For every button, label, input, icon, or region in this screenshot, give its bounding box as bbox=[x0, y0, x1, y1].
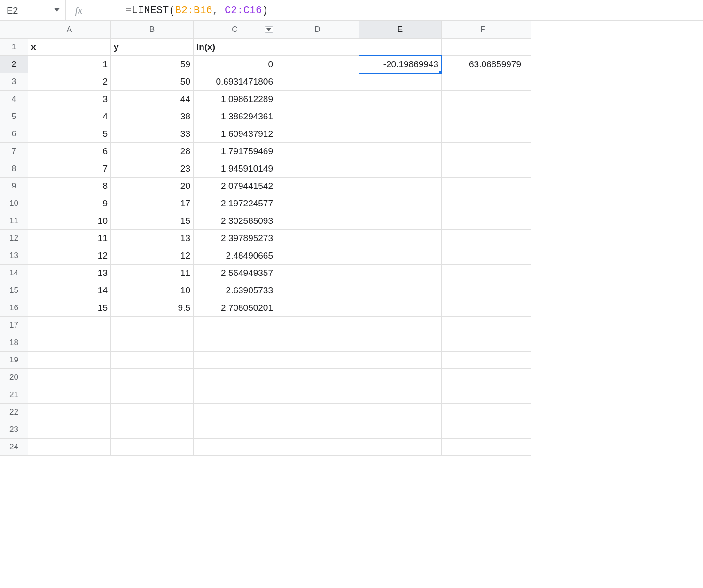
cell-A8[interactable]: 7 bbox=[28, 160, 111, 178]
cell-F23[interactable] bbox=[442, 421, 524, 439]
cell-E13[interactable] bbox=[359, 247, 442, 265]
cell-D11[interactable] bbox=[276, 212, 359, 230]
cell-D15[interactable] bbox=[276, 282, 359, 299]
cell-E8[interactable] bbox=[359, 160, 442, 178]
cell-F1[interactable] bbox=[442, 39, 524, 56]
row-header-15[interactable]: 15 bbox=[0, 282, 28, 299]
cell-B8[interactable]: 23 bbox=[111, 160, 194, 178]
cell-C9[interactable]: 2.079441542 bbox=[194, 178, 276, 195]
cell-F24[interactable] bbox=[442, 439, 524, 456]
cell-F8[interactable] bbox=[442, 160, 524, 178]
cell-B1[interactable]: y bbox=[111, 39, 194, 56]
cell-D21[interactable] bbox=[276, 386, 359, 404]
cell-E15[interactable] bbox=[359, 282, 442, 299]
cell-F12[interactable] bbox=[442, 230, 524, 247]
cell-B18[interactable] bbox=[111, 334, 194, 352]
cell-F20[interactable] bbox=[442, 369, 524, 386]
cell-C16[interactable]: 2.708050201 bbox=[194, 299, 276, 317]
row-header-8[interactable]: 8 bbox=[0, 160, 28, 178]
cell-B13[interactable]: 12 bbox=[111, 247, 194, 265]
cell-E22[interactable] bbox=[359, 404, 442, 421]
cell-D13[interactable] bbox=[276, 247, 359, 265]
cell-F15[interactable] bbox=[442, 282, 524, 299]
cell-A6[interactable]: 5 bbox=[28, 125, 111, 143]
row-header-7[interactable]: 7 bbox=[0, 143, 28, 160]
cell-F10[interactable] bbox=[442, 195, 524, 212]
cell-C4[interactable]: 1.098612289 bbox=[194, 91, 276, 108]
filter-dropdown-icon[interactable] bbox=[265, 26, 273, 33]
cell-F3[interactable] bbox=[442, 73, 524, 91]
cell-F6[interactable] bbox=[442, 125, 524, 143]
cell-C10[interactable]: 2.197224577 bbox=[194, 195, 276, 212]
row-header-11[interactable]: 11 bbox=[0, 212, 28, 230]
cell-D8[interactable] bbox=[276, 160, 359, 178]
cell-D4[interactable] bbox=[276, 91, 359, 108]
cell-C24[interactable] bbox=[194, 439, 276, 456]
cell-F18[interactable] bbox=[442, 334, 524, 352]
cell-E10[interactable] bbox=[359, 195, 442, 212]
cell-A11[interactable]: 10 bbox=[28, 212, 111, 230]
col-header-E[interactable]: E bbox=[359, 21, 442, 39]
row-header-21[interactable]: 21 bbox=[0, 386, 28, 404]
cell-A7[interactable]: 6 bbox=[28, 143, 111, 160]
row-header-24[interactable]: 24 bbox=[0, 439, 28, 456]
cell-A23[interactable] bbox=[28, 421, 111, 439]
cell-E11[interactable] bbox=[359, 212, 442, 230]
row-header-18[interactable]: 18 bbox=[0, 334, 28, 352]
row-header-12[interactable]: 12 bbox=[0, 230, 28, 247]
name-box[interactable]: E2 bbox=[0, 0, 66, 20]
select-all-corner[interactable] bbox=[0, 21, 28, 39]
cell-C8[interactable]: 1.945910149 bbox=[194, 160, 276, 178]
cell-B4[interactable]: 44 bbox=[111, 91, 194, 108]
cell-F17[interactable] bbox=[442, 317, 524, 334]
cell-C7[interactable]: 1.791759469 bbox=[194, 143, 276, 160]
cell-A10[interactable]: 9 bbox=[28, 195, 111, 212]
cell-E5[interactable] bbox=[359, 108, 442, 125]
cell-A4[interactable]: 3 bbox=[28, 91, 111, 108]
cell-C18[interactable] bbox=[194, 334, 276, 352]
row-header-9[interactable]: 9 bbox=[0, 178, 28, 195]
cell-D20[interactable] bbox=[276, 369, 359, 386]
cell-D3[interactable] bbox=[276, 73, 359, 91]
cell-D23[interactable] bbox=[276, 421, 359, 439]
cell-D24[interactable] bbox=[276, 439, 359, 456]
cell-A13[interactable]: 12 bbox=[28, 247, 111, 265]
cell-C13[interactable]: 2.48490665 bbox=[194, 247, 276, 265]
cell-F9[interactable] bbox=[442, 178, 524, 195]
row-header-23[interactable]: 23 bbox=[0, 421, 28, 439]
cell-A21[interactable] bbox=[28, 386, 111, 404]
row-header-22[interactable]: 22 bbox=[0, 404, 28, 421]
cell-E20[interactable] bbox=[359, 369, 442, 386]
cell-A1[interactable]: x bbox=[28, 39, 111, 56]
cell-F22[interactable] bbox=[442, 404, 524, 421]
cell-F21[interactable] bbox=[442, 386, 524, 404]
cell-B11[interactable]: 15 bbox=[111, 212, 194, 230]
cell-C5[interactable]: 1.386294361 bbox=[194, 108, 276, 125]
cell-D1[interactable] bbox=[276, 39, 359, 56]
row-header-5[interactable]: 5 bbox=[0, 108, 28, 125]
cell-B14[interactable]: 11 bbox=[111, 265, 194, 282]
cell-E7[interactable] bbox=[359, 143, 442, 160]
cell-D5[interactable] bbox=[276, 108, 359, 125]
cell-C20[interactable] bbox=[194, 369, 276, 386]
row-header-13[interactable]: 13 bbox=[0, 247, 28, 265]
cell-B7[interactable]: 28 bbox=[111, 143, 194, 160]
cell-E18[interactable] bbox=[359, 334, 442, 352]
cell-F11[interactable] bbox=[442, 212, 524, 230]
cell-B3[interactable]: 50 bbox=[111, 73, 194, 91]
cell-D9[interactable] bbox=[276, 178, 359, 195]
cell-E17[interactable] bbox=[359, 317, 442, 334]
cell-F13[interactable] bbox=[442, 247, 524, 265]
cell-C15[interactable]: 2.63905733 bbox=[194, 282, 276, 299]
col-header-B[interactable]: B bbox=[111, 21, 194, 39]
row-header-19[interactable]: 19 bbox=[0, 352, 28, 369]
cell-B6[interactable]: 33 bbox=[111, 125, 194, 143]
cell-D6[interactable] bbox=[276, 125, 359, 143]
cell-D19[interactable] bbox=[276, 352, 359, 369]
cell-F7[interactable] bbox=[442, 143, 524, 160]
cell-D17[interactable] bbox=[276, 317, 359, 334]
cell-C22[interactable] bbox=[194, 404, 276, 421]
cell-E23[interactable] bbox=[359, 421, 442, 439]
cell-E3[interactable] bbox=[359, 73, 442, 91]
cell-D16[interactable] bbox=[276, 299, 359, 317]
